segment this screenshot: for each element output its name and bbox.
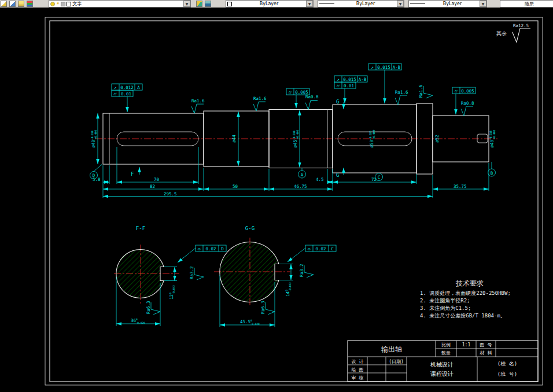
layer-previous-icon	[205, 1, 211, 7]
scale-value: 1:1	[462, 342, 471, 347]
gdt-runout-icon: ↗	[371, 65, 374, 70]
surface-finish-icon	[191, 104, 204, 113]
gdt-value: 0.005	[461, 88, 474, 94]
cut-letter-g-bottom: G	[336, 172, 339, 178]
designer-label: 设 计	[352, 359, 364, 364]
layer-previous-button[interactable]	[204, 1, 212, 7]
layer-color-chip	[67, 2, 71, 6]
section-label-ff: F-F	[136, 225, 145, 231]
gdt-datum: D	[221, 246, 224, 252]
quantity-label: 数量	[441, 350, 451, 356]
org-line2: 课程设计	[430, 371, 454, 377]
gdt-cylindricity-icon: ⌭	[455, 88, 458, 94]
gdt-symmetry-icon: ⌯	[308, 246, 311, 252]
part-name: 输出轴	[381, 345, 402, 353]
layer-states-button[interactable]	[17, 1, 25, 7]
datum-letter: A	[301, 172, 304, 177]
plot-style-control-select[interactable]: 随层 ▼	[500, 0, 553, 8]
surface-finish-rotated: Ra3.2	[299, 264, 314, 278]
lineweight-control-select[interactable]: ByLayer ▼	[408, 0, 487, 8]
layer-select[interactable]: ☀ 文字 ▼	[49, 0, 191, 8]
dia-40-left: ø40+0.018+0.002	[91, 130, 97, 147]
gdt-value: 0.015	[377, 65, 390, 70]
section-view-gg: G-G 45.50-0.020 140-0.043	[220, 225, 293, 327]
tech-req-line: 2. 未注圆角半径R2;	[420, 298, 470, 304]
surface-finish-rotated: Ra6.3	[146, 301, 160, 315]
gdt-cylindricity-icon: ⌭	[289, 90, 292, 95]
lineweight-value: ByLayer	[426, 1, 478, 7]
length-dimensions: 5.8 70 4.5 72 82 50 46.75 35.75 295.5	[93, 147, 489, 198]
gdt-cylindricity-icon: ⌭	[337, 83, 340, 88]
linetype-value: ByLayer	[336, 1, 396, 7]
roughness-value: Ra1.6	[418, 84, 423, 98]
gdt-value: 0.02	[205, 246, 216, 252]
gdt-cylindricity-icon: ⌭	[113, 91, 117, 97]
layer-on-bulb-icon[interactable]	[50, 2, 55, 6]
gdt-datum: A	[137, 85, 140, 90]
drafter-label: 绘 图	[352, 367, 364, 372]
linetype-dropdown-arrow-icon[interactable]: ▼	[397, 1, 404, 7]
gdt-runout-icon: ↗	[337, 77, 340, 82]
gdt-value: 0.01	[121, 91, 131, 97]
drawing-border-frame	[45, 17, 543, 385]
surface-finish-marks: Ra1.6 Ra1.6 Ra0.8 Ra1.6 Ra0.8 Ra1.6 Ra3.…	[146, 84, 474, 315]
color-control-select[interactable]: ByLayer ▼	[226, 0, 314, 8]
surface-finish-icon	[395, 95, 407, 105]
dim-50: 50	[233, 184, 238, 189]
layers-properties-toolbar: ☀ 文字 ▼ ByLayer ▼ ByLayer ▼ ByLayer ▼ 随层 …	[0, 0, 553, 8]
surface-finish-icon	[253, 102, 266, 111]
dim-72: 72	[371, 177, 377, 182]
lineweight-dropdown-arrow-icon[interactable]: ▼	[480, 1, 486, 7]
dim-4-5: 4.5	[316, 177, 324, 182]
datum-letter: B	[491, 171, 493, 176]
layer-dropdown-arrow-icon[interactable]: ▼	[183, 1, 190, 7]
layer-manager-icon	[1, 1, 7, 7]
class-placeholder: (班 号)	[497, 371, 517, 377]
plot-style-value: 随层	[502, 1, 553, 7]
roughness-value: Ra0.8	[305, 94, 319, 99]
dia-45: ø45+0.018+0.002	[293, 130, 299, 147]
layer-freeze-sun-icon[interactable]: ☀	[56, 2, 60, 6]
layer-lock-icon[interactable]	[61, 2, 65, 6]
color-dropdown-arrow-icon[interactable]: ▼	[306, 1, 313, 7]
layer-stack-button[interactable]	[26, 1, 34, 7]
surface-finish-rotated: Ra6.3	[260, 301, 275, 315]
tech-req-title: 技术要求	[455, 279, 484, 287]
datum-letter: C	[378, 175, 381, 180]
dia-52: ø52	[434, 135, 440, 143]
date-label: (日期)	[389, 359, 404, 364]
school-placeholder: (校 名)	[497, 361, 517, 367]
dia-44: ø44	[231, 135, 237, 143]
tech-req-line: 3. 未注倒角为C1.5;	[420, 305, 471, 311]
surface-finish-icon	[461, 106, 473, 116]
current-layer-name: 文字	[72, 1, 182, 7]
cad-application-window: ☀ 文字 ▼ ByLayer ▼ ByLayer ▼ ByLayer ▼ 随层 …	[0, 0, 553, 392]
tech-req-line: 4. 未注尺寸公差按GB/T 1804-m。	[420, 313, 506, 319]
new-layer-button[interactable]	[9, 1, 16, 7]
make-layer-current-icon	[196, 1, 202, 7]
surface-finish-icon	[305, 101, 318, 110]
gdt-value: 0.012	[120, 85, 134, 90]
shaft-cross-section-ff	[116, 250, 164, 298]
diameter-labels: ø40+0.018+0.002 ø44 ø45+0.018+0.002 ø50+…	[91, 110, 496, 168]
gdt-value: 0.02	[315, 246, 326, 252]
shaft-drawing: 其余 Ra12.5	[0, 8, 553, 392]
layer-properties-manager-button[interactable]	[0, 1, 8, 7]
gdt-runout-icon: ↗	[114, 85, 117, 90]
dim-5-8: 5.8	[93, 177, 101, 182]
linetype-control-select[interactable]: ByLayer ▼	[318, 0, 404, 8]
roughness-value: Ra6.3	[260, 301, 266, 314]
dim-keyway-45-5: 45.50-0.020	[240, 319, 260, 326]
linetype-sample	[319, 3, 334, 4]
model-space-canvas[interactable]: 其余 Ra12.5	[0, 8, 553, 392]
surface-finish-rotated: Ra3.2	[189, 266, 204, 280]
section-label-gg: G-G	[245, 225, 255, 231]
dim-295-5: 295.5	[164, 191, 177, 197]
surface-finish-rotated: Ra1.6	[418, 84, 433, 98]
make-object-layer-current-button[interactable]	[196, 1, 203, 7]
general-roughness-note: 其余 Ra12.5	[496, 23, 530, 42]
color-swatch	[227, 2, 232, 6]
cut-letter-f: F	[131, 171, 134, 177]
org-line1: 机械设计	[430, 361, 454, 368]
datum-symbols: D A C B	[90, 162, 496, 181]
